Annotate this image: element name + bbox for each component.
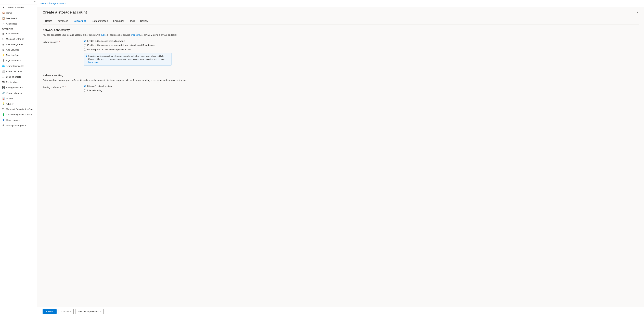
radio-disable-public[interactable]: Disable public access and use private ac… [84,48,172,51]
routing-preference-row: Routing preference ⓘ * Microsoft network… [42,85,638,92]
breadcrumb-storage-accounts[interactable]: Storage accounts [48,2,66,5]
radio-microsoft-routing[interactable]: Microsoft network routing [84,85,112,87]
tab-encryption[interactable]: Encryption [110,18,127,24]
network-connectivity-title: Network connectivity [42,29,638,32]
tab-advanced[interactable]: Advanced [55,18,71,24]
load-balancers-icon: ⚖ [2,75,5,78]
favorites-label: FAVORITES [0,26,37,31]
network-connectivity-section: Network connectivity You can connect to … [42,29,638,66]
sql-icon: 🗄 [2,59,5,62]
sidebar-item-load-balancers[interactable]: ⚖ Load balancers [0,74,37,79]
radio-public-selected-input[interactable] [84,44,86,47]
endpoints-link[interactable]: endpoints [131,34,140,36]
breadcrumb-separator-1: › [47,2,48,5]
sidebar-item-azure-cosmos-db[interactable]: 🌐 Azure Cosmos DB [0,63,37,69]
sidebar-item-help-support[interactable]: 👤 Help + support [0,117,37,123]
sidebar-item-microsoft-defender[interactable]: 🛡 Microsoft Defender for Cloud [0,107,37,112]
tab-data-protection[interactable]: Data protection [89,18,110,24]
breadcrumb-home[interactable]: Home [40,2,46,5]
entra-icon: ⬡ [2,38,5,40]
radio-microsoft-routing-input[interactable] [84,85,86,87]
tab-basics[interactable]: Basics [42,18,55,24]
route-tables-icon: 🗺 [2,81,5,84]
sidebar-item-all-services[interactable]: ≡ All services [0,21,37,26]
radio-public-all[interactable]: Enable public access from all networks [84,40,172,42]
sidebar-item-create-resource[interactable]: + Create a resource [0,5,37,10]
radio-disable-public-input[interactable] [84,49,86,51]
cost-management-icon: 💲 [2,113,5,116]
sidebar-item-virtual-networks[interactable]: 🔗 Virtual networks [0,90,37,96]
defender-icon: 🛡 [2,108,5,111]
sidebar-item-dashboard[interactable]: 📋 Dashboard [0,16,37,21]
public-link[interactable]: public [101,34,106,36]
tab-tags[interactable]: Tags [127,18,138,24]
network-routing-title: Network routing [42,74,638,77]
sidebar-item-microsoft-entra-id[interactable]: ⬡ Microsoft Entra ID [0,36,37,42]
page-title: Create a storage account [42,10,87,15]
tab-review[interactable]: Review [138,18,150,24]
network-info-box: ℹ Enabling public access from all networ… [84,53,172,66]
sidebar-item-function-app[interactable]: ⚡ Function App [0,52,37,58]
radio-public-selected[interactable]: Enable public access from selected virtu… [84,44,172,47]
footer: Review < Previous Next : Data protection… [37,307,644,316]
virtual-networks-icon: 🔗 [2,92,5,94]
tab-networking[interactable]: Networking [71,18,89,24]
routing-required-marker: * [65,86,66,89]
routing-preference-label: Routing preference ⓘ * [42,85,80,89]
sidebar-item-route-tables[interactable]: 🗺 Route tables [0,79,37,85]
sidebar-collapse-button[interactable]: ☰ [0,0,37,5]
sidebar-item-management-groups[interactable]: ⚙ Management groups [0,123,37,128]
sidebar-item-home[interactable]: 🏠 Home [0,10,37,16]
app-services-icon: ⊞ [2,48,5,51]
create-resource-icon: + [2,6,5,9]
radio-internet-routing[interactable]: Internet routing [84,89,112,92]
all-resources-icon: ▦ [2,32,5,35]
network-access-row: Network access * Enable public access fr… [42,40,638,66]
tooltip-icon[interactable]: ⓘ [62,86,64,89]
learn-more-link[interactable]: Learn more [88,61,98,63]
breadcrumb-separator-2: › [66,2,67,5]
topbar: Home › Storage accounts › [37,0,644,7]
sidebar-item-advisor[interactable]: 💡 Advisor [0,101,37,107]
breadcrumb: Home › Storage accounts › [40,2,67,5]
radio-public-all-input[interactable] [84,40,86,42]
vm-icon: ⬜ [2,70,5,73]
sidebar-item-resource-groups[interactable]: ◫ Resource groups [0,42,37,47]
next-button[interactable]: Next : Data protection > [75,309,104,314]
sidebar-item-app-services[interactable]: ⊞ App Services [0,47,37,52]
sidebar-item-all-resources[interactable]: ▦ All resources [0,31,37,36]
tab-bar: Basics Advanced Networking Data protecti… [42,18,638,25]
sidebar-item-storage-accounts[interactable]: 💾 Storage accounts [0,85,37,90]
network-access-label: Network access * [42,40,80,43]
required-marker: * [58,41,60,43]
help-icon: 👤 [2,119,5,121]
resource-groups-icon: ◫ [2,43,5,46]
close-button[interactable]: × [637,11,638,14]
ellipsis-button[interactable]: ... [89,10,94,15]
section-divider [42,70,638,70]
sidebar: ☰ + Create a resource 🏠 Home 📋 Dashboard… [0,0,37,316]
page-title-row: Create a storage account ... × [42,10,638,15]
sidebar-item-monitor[interactable]: 📊 Monitor [0,96,37,101]
network-access-radio-group: Enable public access from all networks E… [84,40,172,51]
home-icon: 🏠 [2,12,5,14]
previous-button[interactable]: < Previous [58,309,74,314]
radio-internet-routing-input[interactable] [84,89,86,92]
sidebar-item-virtual-machines[interactable]: ⬜ Virtual machines [0,69,37,74]
network-routing-section: Network routing Determine how to route y… [42,74,638,92]
info-icon: ℹ [86,55,87,58]
function-app-icon: ⚡ [2,54,5,57]
network-connectivity-description: You can connect to your storage account … [42,33,638,37]
all-services-icon: ≡ [2,22,5,25]
storage-accounts-icon: 💾 [2,86,5,89]
review-button[interactable]: Review [42,309,56,314]
management-groups-icon: ⚙ [2,124,5,127]
network-routing-description: Determine how to route your traffic as i… [42,79,638,82]
monitor-icon: 📊 [2,97,5,100]
sidebar-item-sql-databases[interactable]: 🗄 SQL databases [0,58,37,63]
sidebar-item-cost-management[interactable]: 💲 Cost Management + Billing [0,112,37,117]
cosmos-db-icon: 🌐 [2,65,5,67]
dashboard-icon: 📋 [2,17,5,20]
network-access-options: Enable public access from all networks E… [84,40,172,66]
routing-radio-group: Microsoft network routing Internet routi… [84,85,112,92]
